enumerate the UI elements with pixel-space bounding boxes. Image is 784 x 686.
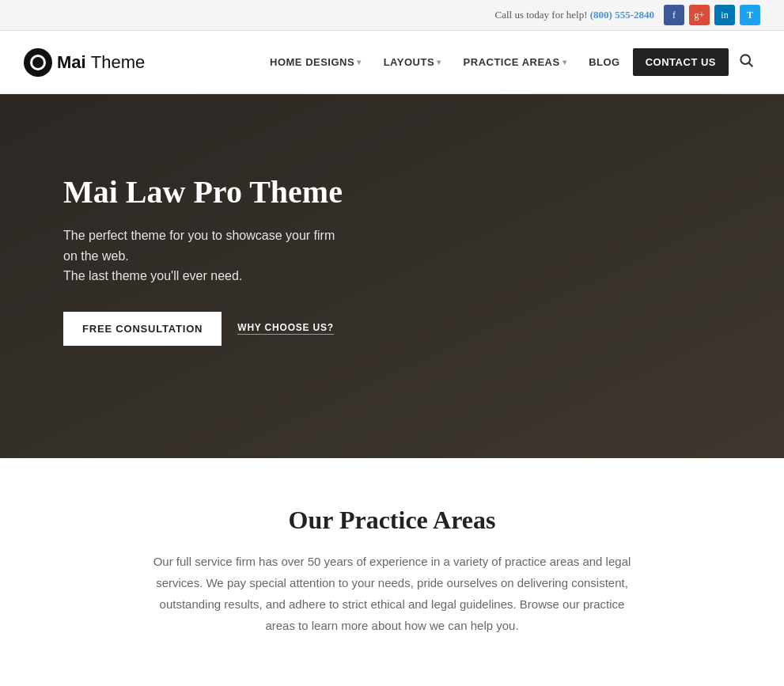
free-consultation-button[interactable]: FREE CONSULTATION — [63, 312, 222, 346]
svg-line-1 — [749, 63, 753, 67]
nav-home-designs[interactable]: HOME DESIGNS ▾ — [260, 50, 371, 74]
main-nav: HOME DESIGNS ▾ LAYOUTS ▾ PRACTICE AREAS … — [260, 46, 760, 78]
practice-areas-section: Our Practice Areas Our full service firm… — [0, 458, 784, 686]
search-icon — [738, 52, 754, 68]
nav-contact-button[interactable]: CONTACT US — [633, 48, 729, 76]
logo[interactable]: Mai Theme — [24, 48, 145, 77]
hero-subtitle: The perfect theme for you to showcase yo… — [63, 226, 348, 286]
facebook-icon[interactable]: f — [664, 5, 684, 25]
nav-practice-areas[interactable]: PRACTICE AREAS ▾ — [454, 50, 577, 74]
chevron-down-icon: ▾ — [562, 58, 567, 66]
hero-section: Mai Law Pro Theme The perfect theme for … — [0, 94, 784, 458]
practice-areas-description: Our full service firm has over 50 years … — [147, 551, 638, 636]
linkedin-icon[interactable]: in — [714, 5, 735, 25]
hero-buttons: FREE CONSULTATION WHY CHOOSE US? — [63, 312, 348, 346]
nav-blog[interactable]: BLOG — [579, 50, 630, 74]
hero-content: Mai Law Pro Theme The perfect theme for … — [0, 94, 411, 425]
logo-emblem — [30, 55, 46, 70]
social-links: f g+ in 𝐓 — [664, 5, 760, 25]
twitter-icon[interactable]: 𝐓 — [740, 5, 760, 25]
header: Mai Theme HOME DESIGNS ▾ LAYOUTS ▾ PRACT… — [0, 31, 784, 94]
google-plus-icon[interactable]: g+ — [689, 5, 710, 25]
search-button[interactable] — [732, 46, 760, 78]
why-choose-us-link[interactable]: WHY CHOOSE US? — [237, 322, 334, 335]
svg-point-0 — [740, 55, 750, 64]
logo-text: Mai Theme — [57, 52, 145, 73]
chevron-down-icon: ▾ — [357, 58, 362, 66]
help-text: Call us today for help! (800) 555-2840 — [495, 9, 654, 21]
nav-layouts[interactable]: LAYOUTS ▾ — [374, 50, 451, 74]
practice-areas-title: Our Practice Areas — [63, 506, 721, 535]
chevron-down-icon: ▾ — [437, 58, 441, 66]
hero-title: Mai Law Pro Theme — [63, 173, 348, 211]
top-bar: Call us today for help! (800) 555-2840 f… — [0, 0, 784, 31]
logo-icon — [24, 48, 52, 77]
phone-link[interactable]: (800) 555-2840 — [590, 9, 654, 21]
